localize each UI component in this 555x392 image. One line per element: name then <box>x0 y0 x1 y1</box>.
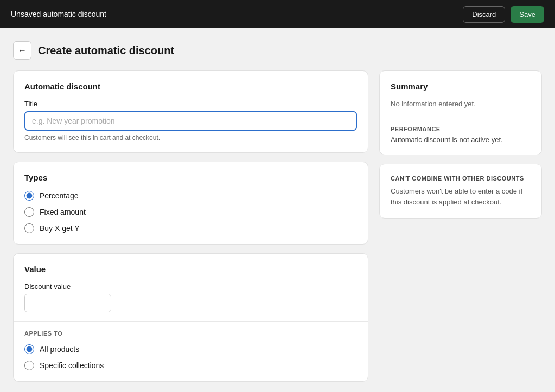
applies-all-products[interactable]: All products <box>24 344 357 354</box>
summary-divider <box>380 117 541 117</box>
applies-all-products-radio[interactable] <box>24 344 34 354</box>
topbar: Unsaved automatic discount Discard Save <box>0 0 555 28</box>
summary-card: Summary No information entered yet. PERF… <box>379 70 542 155</box>
applies-all-products-label: All products <box>40 345 79 354</box>
types-radio-group: Percentage Fixed amount Buy X get Y <box>24 191 357 233</box>
discount-value-label: Discount value <box>24 282 357 291</box>
automatic-discount-card: Automatic discount Title Customers will … <box>13 70 368 153</box>
performance-label: PERFORMANCE <box>391 126 531 132</box>
right-column: Summary No information entered yet. PERF… <box>379 70 542 219</box>
page-title: Create automatic discount <box>38 44 174 57</box>
combine-title: CAN'T COMBINE WITH OTHER DISCOUNTS <box>391 175 531 182</box>
type-percentage[interactable]: Percentage <box>24 191 357 201</box>
title-label: Title <box>24 100 357 108</box>
automatic-discount-title: Automatic discount <box>24 82 357 91</box>
title-hint: Customers will see this in cart and at c… <box>24 134 357 142</box>
page-header: ← Create automatic discount <box>13 41 542 60</box>
discount-value-wrap: % <box>24 294 111 312</box>
type-percentage-label: Percentage <box>40 191 79 200</box>
left-column: Automatic discount Title Customers will … <box>13 70 368 382</box>
card-divider <box>14 321 368 322</box>
applies-specific-collections-radio[interactable] <box>24 361 34 370</box>
discount-value-input[interactable] <box>25 294 111 312</box>
combine-text: Customers won't be able to enter a code … <box>391 186 531 207</box>
performance-section: PERFORMANCE Automatic discount is not ac… <box>391 126 531 144</box>
type-buy-x-get-y[interactable]: Buy X get Y <box>24 223 357 233</box>
type-fixed-amount-radio[interactable] <box>24 207 34 217</box>
applies-to-label: APPLIES TO <box>24 330 357 337</box>
discard-button[interactable]: Discard <box>463 6 505 23</box>
applies-specific-collections-label: Specific collections <box>40 361 104 370</box>
topbar-actions: Discard Save <box>463 6 544 23</box>
main-content: ← Create automatic discount Automatic di… <box>0 28 555 392</box>
types-card: Types Percentage Fixed amount Buy X get … <box>13 162 368 245</box>
summary-empty-text: No information entered yet. <box>391 100 531 108</box>
types-title: Types <box>24 173 357 182</box>
type-buy-x-get-y-label: Buy X get Y <box>40 224 80 233</box>
value-card: Value Discount value % APPLIES TO All pr… <box>13 253 368 382</box>
layout-grid: Automatic discount Title Customers will … <box>13 70 542 382</box>
value-title: Value <box>24 265 357 274</box>
applies-to-radio-group: All products Specific collections <box>24 344 357 370</box>
combine-card: CAN'T COMBINE WITH OTHER DISCOUNTS Custo… <box>379 164 542 219</box>
type-buy-x-get-y-radio[interactable] <box>24 223 34 233</box>
type-percentage-radio[interactable] <box>24 191 34 201</box>
applies-specific-collections[interactable]: Specific collections <box>24 361 357 370</box>
back-icon: ← <box>18 46 27 55</box>
type-fixed-amount-label: Fixed amount <box>40 208 86 216</box>
title-input[interactable] <box>24 111 357 131</box>
performance-text: Automatic discount is not active yet. <box>391 136 531 144</box>
topbar-title: Unsaved automatic discount <box>11 10 106 18</box>
type-fixed-amount[interactable]: Fixed amount <box>24 207 357 217</box>
save-button[interactable]: Save <box>511 6 544 23</box>
back-button[interactable]: ← <box>13 41 31 60</box>
summary-title: Summary <box>391 82 531 91</box>
